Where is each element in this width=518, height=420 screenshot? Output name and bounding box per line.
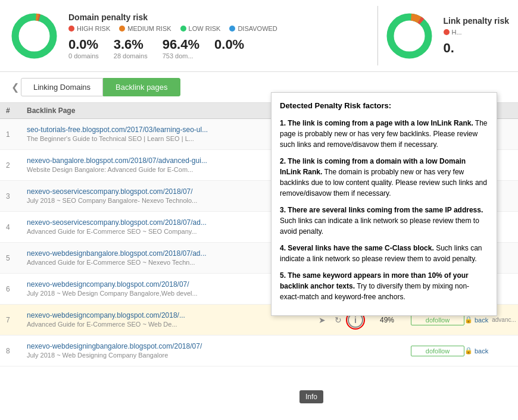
domain-risk-title: Domain penalty risk bbox=[68, 12, 277, 22]
link-high-label: H... bbox=[452, 29, 462, 36]
backlink-url[interactable]: nexevo-webdesigningbangalore.blogspot.co… bbox=[27, 342, 316, 350]
tooltip-item-5: 5. The same keyword appears in more than… bbox=[280, 270, 488, 302]
svg-point-3 bbox=[390, 17, 428, 55]
link-legend-high: H... bbox=[444, 29, 462, 36]
backlink-desc: The Beginner's Guide to Technical SEO | … bbox=[27, 135, 194, 142]
tooltip-item-1: 1. The link is coming from a page with a… bbox=[280, 118, 488, 150]
info-tooltip-label: Info bbox=[299, 390, 323, 403]
tooltip-item-3: 3. There are several links coming from t… bbox=[280, 205, 488, 237]
backlink-desc: July 2018 ~ Web Designing Company Bangal… bbox=[27, 352, 168, 359]
backlink-desc: Advanced Guide for E-Commerce SEO ~ Web … bbox=[27, 321, 177, 328]
percent-value: 49% bbox=[363, 316, 411, 324]
lock-icon: 🔒 bbox=[464, 347, 473, 355]
col-num: # bbox=[6, 106, 27, 115]
legend-disavowed: DISAVOWED bbox=[229, 25, 277, 32]
medium-risk-label: MEDIUM RISK bbox=[127, 25, 171, 32]
back-link[interactable]: 🔒 back bbox=[464, 347, 512, 355]
link-risk-title: Link penalty risk bbox=[444, 16, 509, 26]
backlink-desc: Advanced Guide for E-Commerce SEO ~ Nexe… bbox=[27, 259, 195, 266]
dofollow-badge: dofollow bbox=[411, 346, 464, 356]
medium-risk-value: 3.6% 28 domains bbox=[114, 37, 148, 59]
backlink-desc: July 2018 ~ SEO Company Bangalore- Nexev… bbox=[27, 197, 197, 204]
low-risk-value: 96.4% 753 dom... bbox=[163, 37, 199, 59]
high-risk-label: HIGH RISK bbox=[77, 25, 110, 32]
svg-point-0 bbox=[15, 17, 54, 55]
table-row: 8 nexevo-webdesigningbangalore.blogspot.… bbox=[0, 336, 518, 366]
link-donut-chart bbox=[384, 11, 435, 61]
disavowed-label: DISAVOWED bbox=[238, 25, 277, 32]
tooltip-item-4: 4. Several links have the same C-Class b… bbox=[280, 243, 488, 264]
tooltip-title: Detected Penalty Risk factors: bbox=[280, 100, 488, 112]
low-risk-label: LOW RISK bbox=[189, 25, 221, 32]
high-risk-value: 0.0% 0 domains bbox=[68, 37, 99, 59]
penalty-risk-tooltip: Detected Penalty Risk factors: 1. The li… bbox=[271, 92, 497, 316]
tooltip-item-2: 2. The link is coming from a domain with… bbox=[280, 156, 488, 199]
tab-linking-domains[interactable]: Linking Domains bbox=[21, 78, 103, 96]
legend-medium: MEDIUM RISK bbox=[119, 25, 171, 32]
section-divider bbox=[377, 6, 378, 65]
legend-low: LOW RISK bbox=[180, 25, 221, 32]
lock-icon: 🔒 bbox=[464, 316, 473, 324]
backlink-desc: Advanced Guide for E-Commerce SEO ~ SEO … bbox=[27, 228, 197, 235]
backlink-desc: Website Design Bangalore: Advanced Guide… bbox=[27, 166, 193, 173]
disavowed-risk-value: 0.0% bbox=[214, 37, 244, 59]
medium-risk-dot bbox=[119, 26, 125, 32]
nav-left-arrow[interactable]: ❮ bbox=[9, 79, 21, 96]
backlink-desc: July 2018 ~ Web Design Company Bangalore… bbox=[27, 290, 198, 297]
domain-donut-chart bbox=[9, 11, 60, 61]
legend-high: HIGH RISK bbox=[68, 25, 110, 32]
high-risk-dot bbox=[68, 26, 74, 32]
disavowed-dot bbox=[229, 26, 235, 32]
low-risk-dot bbox=[180, 26, 186, 32]
back-link[interactable]: 🔒 back advanc... bbox=[464, 316, 512, 324]
link-val: 0. bbox=[444, 40, 454, 56]
tab-backlink-pages[interactable]: Backlink pages bbox=[103, 78, 180, 96]
link-high-dot bbox=[444, 29, 450, 35]
dofollow-badge: dofollow bbox=[411, 315, 464, 325]
